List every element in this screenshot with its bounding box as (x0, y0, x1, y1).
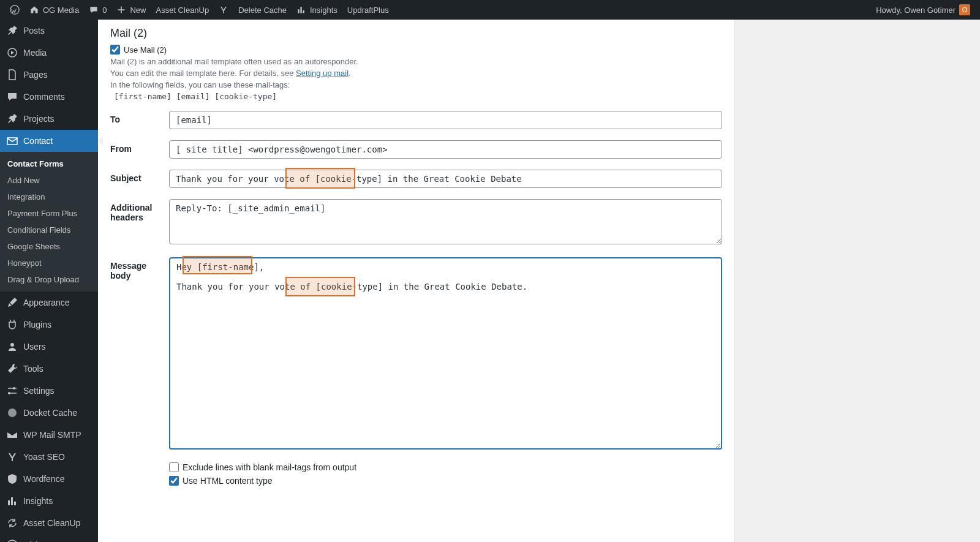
sidebar-item-comments[interactable]: Comments (0, 86, 98, 108)
admin-bar: OG Media 0 New Asset CleanUp Delete Cach… (0, 0, 980, 20)
plus-icon (116, 5, 126, 15)
html-content-checkbox[interactable] (169, 476, 179, 486)
submenu-add-new[interactable]: Add New (0, 172, 98, 189)
mail2-panel: Mail (2) Use Mail (2) Mail (2) is an add… (98, 20, 735, 542)
mail-tags: [first-name] [email] [cookie-type] (110, 92, 722, 101)
wp-logo[interactable] (5, 0, 24, 20)
from-input[interactable] (169, 140, 722, 159)
subject-label: Subject (110, 170, 169, 183)
users-icon (6, 341, 18, 353)
adminbar-updraftplus[interactable]: UpdraftPlus (342, 0, 394, 20)
headers-textarea[interactable] (169, 199, 722, 244)
chart-icon (296, 5, 306, 15)
exclude-blank-checkbox[interactable] (169, 462, 179, 472)
adminbar-insights[interactable]: Insights (292, 0, 342, 20)
submenu-payment-form-plus[interactable]: Payment Form Plus (0, 205, 98, 222)
submenu-google-sheets[interactable]: Google Sheets (0, 238, 98, 255)
use-mail-checkbox[interactable] (110, 45, 120, 55)
site-name-link[interactable]: OG Media (24, 0, 84, 20)
sidebar-item-plugins[interactable]: Plugins (0, 314, 98, 336)
sidebar-item-wordfence[interactable]: Wordfence (0, 468, 98, 490)
submenu-conditional-fields[interactable]: Conditional Fields (0, 222, 98, 238)
howdy-text: Howdy, Owen Gotimer (876, 6, 956, 15)
new-link[interactable]: New (111, 0, 151, 20)
pin-icon (6, 24, 18, 37)
subject-input[interactable] (169, 170, 722, 188)
comments-link[interactable]: 0 (84, 0, 111, 20)
yoast-icon (219, 5, 228, 15)
site-name: OG Media (43, 6, 79, 15)
home-icon (29, 5, 39, 15)
sidebar-item-users[interactable]: Users (0, 336, 98, 358)
shield-icon (6, 473, 18, 485)
to-input[interactable] (169, 111, 722, 129)
from-label: From (110, 140, 169, 154)
desc-autoresponder: Mail (2) is an additional mail template … (110, 57, 722, 66)
sidebar-item-docket-cache[interactable]: Docket Cache (0, 402, 98, 424)
panel-title: Mail (2) (110, 27, 722, 40)
desc-mailtags: In the following fields, you can use the… (110, 80, 722, 89)
yoast-icon (6, 451, 18, 463)
exclude-blank-label[interactable]: Exclude lines with blank mail-tags from … (183, 462, 356, 472)
sidebar-item-settings[interactable]: Settings (0, 380, 98, 402)
tools-icon (6, 363, 18, 375)
svg-point-4 (13, 387, 15, 390)
sidebar-item-asset-cleanup[interactable]: Asset CleanUp (0, 512, 98, 534)
sidebar-item-wp-mail-smtp[interactable]: WP Mail SMTP (0, 424, 98, 446)
body-label: Message body (110, 257, 169, 280)
setting-up-mail-link[interactable]: Setting up mail (296, 69, 349, 78)
new-label: New (130, 6, 146, 15)
admin-sidebar: Posts Media Pages Comments Projects Cont… (0, 20, 98, 542)
submenu-contact-forms[interactable]: Contact Forms (0, 156, 98, 172)
howdy-link[interactable]: Howdy, Owen GotimerO (871, 0, 975, 20)
to-label: To (110, 111, 169, 124)
wordpress-icon (10, 5, 20, 15)
svg-point-3 (10, 343, 14, 347)
desc-template: You can edit the mail template here. For… (110, 69, 722, 78)
brush-icon (6, 296, 18, 309)
comment-icon (89, 5, 99, 15)
body-textarea[interactable] (169, 257, 722, 450)
submenu-integration[interactable]: Integration (0, 189, 98, 205)
divi-icon (6, 539, 18, 542)
use-mail-label[interactable]: Use Mail (2) (124, 45, 167, 55)
html-content-label[interactable]: Use HTML content type (183, 476, 273, 486)
sidebar-item-divi[interactable]: Divi (0, 534, 98, 542)
comment-icon (6, 91, 18, 103)
sidebar-item-projects[interactable]: Projects (0, 108, 98, 130)
sidebar-item-yoast-seo[interactable]: Yoast SEO (0, 446, 98, 468)
comments-count: 0 (102, 6, 107, 15)
settings-icon (6, 385, 18, 397)
submenu-honeypot[interactable]: Honeypot (0, 255, 98, 271)
sidebar-item-posts[interactable]: Posts (0, 20, 98, 42)
adminbar-asset-cleanup[interactable]: Asset CleanUp (151, 0, 214, 20)
plugin-icon (6, 318, 18, 331)
sidebar-item-media[interactable]: Media (0, 42, 98, 64)
sidebar-submenu: Contact Forms Add New Integration Paymen… (0, 152, 98, 292)
sidebar-item-insights[interactable]: Insights (0, 490, 98, 512)
circle-icon (6, 407, 18, 419)
refresh-icon (6, 517, 18, 529)
mail-icon (6, 135, 18, 147)
avatar: O (959, 4, 970, 15)
sidebar-item-tools[interactable]: Tools (0, 358, 98, 380)
sidebar-item-pages[interactable]: Pages (0, 64, 98, 86)
page-icon (6, 69, 18, 81)
media-icon (6, 47, 18, 59)
submenu-drag-drop-upload[interactable]: Drag & Drop Upload (0, 271, 98, 288)
sidebar-item-contact[interactable]: Contact (0, 130, 98, 152)
svg-point-6 (8, 408, 17, 417)
headers-label: Additional headers (110, 199, 169, 222)
pin-icon (6, 113, 18, 125)
chart-icon (6, 495, 18, 507)
mail-wing-icon (6, 429, 18, 441)
adminbar-delete-cache[interactable]: Delete Cache (233, 0, 292, 20)
svg-point-5 (8, 392, 10, 394)
sidebar-item-appearance[interactable]: Appearance (0, 292, 98, 314)
adminbar-y-icon[interactable] (214, 0, 233, 20)
